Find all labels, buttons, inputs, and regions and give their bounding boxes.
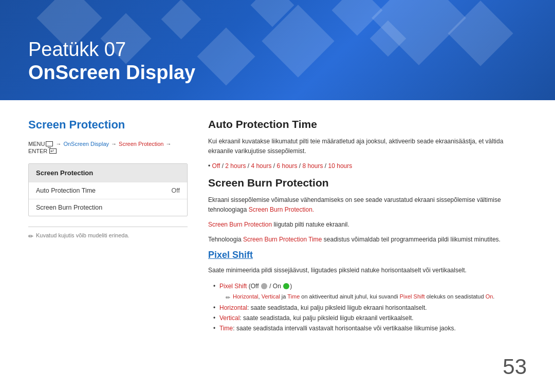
- deco-diamond-8: [161, 0, 201, 39]
- pixel-shift-heading: Pixel Shift: [208, 250, 527, 260]
- menu-path-enter: ENTER: [28, 148, 47, 154]
- menu-icon: [46, 141, 53, 146]
- enter-icon: [49, 148, 57, 154]
- screen-burn-link1: Screen Burn Protection.: [249, 206, 314, 213]
- pixel-shift-inline-link: Pixel Shift: [400, 293, 425, 300]
- menu-path-link1: OnScreen Display: [63, 141, 109, 147]
- chapter-number: Peatükk 07: [28, 38, 195, 62]
- pixel-shift-item-2: Horizontal: saate seadistada, kui palju …: [213, 303, 527, 313]
- sp-box-item-2: Screen Burn Protection: [29, 199, 187, 216]
- option-off: Off: [212, 162, 220, 170]
- auto-protection-body: Kui ekraanil kuvatakse liikumatut pilti …: [208, 137, 527, 156]
- sp-box-header: Screen Protection: [29, 164, 187, 182]
- pixel-shift-item-1: Pixel Shift (Off / On ) ✏ Horizontal, Ve…: [213, 281, 527, 303]
- note-content: Kuvatud kujutis võib mudeliti erineda.: [36, 232, 130, 238]
- page-number: 53: [503, 354, 527, 379]
- circle-on-icon: [283, 283, 289, 289]
- screen-burn-body1: Ekraani sissepõlemise võimaluse vähendam…: [208, 195, 527, 215]
- menu-path: MENU → OnScreen Display → Screen Protect…: [28, 141, 188, 154]
- screen-burn-body2: Screen Burn Protection liigutab pilti na…: [208, 220, 527, 230]
- pixel-shift-label: Pixel Shift: [219, 283, 247, 290]
- option-6h: 6 hours: [276, 162, 297, 170]
- pencil-icon: ✏: [28, 233, 33, 240]
- time-link: Time: [287, 293, 300, 300]
- subnote-text: Horizontal, Vertical ja Time on aktiveer…: [233, 292, 494, 301]
- screen-burn-body3: Tehnoloogia Screen Burn Protection Time …: [208, 235, 527, 245]
- deco-diamond-3: [332, 0, 383, 35]
- circle-off-icon: [261, 283, 267, 289]
- deco-diamond-7: [197, 27, 255, 85]
- vertical-link: Vertical: [262, 293, 280, 300]
- pixel-shift-body: Saate minimeerida pildi sissejäävust, li…: [208, 266, 527, 275]
- auto-protection-heading: Auto Protection Time: [208, 118, 527, 130]
- horizontal-label: Horizontal: [219, 304, 247, 311]
- left-column: Screen Protection MENU → OnScreen Displa…: [28, 118, 188, 382]
- horizontal-link: Horizontal: [233, 293, 258, 300]
- screen-protection-box: Screen Protection Auto Protection Time O…: [28, 163, 188, 216]
- time-label: Time: [219, 325, 233, 332]
- menu-path-link2: Screen Protection: [119, 141, 163, 147]
- pixel-shift-item-3: Vertical: saate seadistada, kui palju pi…: [213, 313, 527, 323]
- vertical-label: Vertical: [219, 314, 239, 322]
- chapter-name: OnScreen Display: [28, 61, 195, 85]
- on-link: On: [486, 293, 493, 300]
- divider: [28, 227, 188, 227]
- sp-item-2-label: Screen Burn Protection: [36, 204, 102, 211]
- sp-item-1-label: Auto Protection Time: [36, 187, 96, 194]
- chapter-title: Peatükk 07 OnScreen Display: [28, 38, 195, 85]
- pixel-shift-subnote: ✏ Horizontal, Vertical ja Time on aktive…: [219, 292, 527, 303]
- pixel-shift-list: Pixel Shift (Off / On ) ✏ Horizontal, Ve…: [208, 281, 527, 334]
- option-8h: 8 hours: [303, 162, 323, 170]
- left-section-title: Screen Protection: [28, 118, 188, 132]
- right-column: Auto Protection Time Kui ekraanil kuvata…: [208, 118, 527, 382]
- arrow-3: →: [165, 141, 171, 147]
- option-2h: 2 hours: [225, 162, 246, 170]
- sp-item-1-value: Off: [172, 187, 180, 194]
- page-header: Peatükk 07 OnScreen Display: [0, 0, 555, 100]
- arrow-1: →: [55, 141, 61, 147]
- screen-burn-link2: Screen Burn Protection: [208, 221, 272, 228]
- main-content: Screen Protection MENU → OnScreen Displa…: [0, 100, 555, 392]
- menu-label: MENU: [28, 141, 45, 147]
- pixel-shift-item-4: Time: saate seadistada intervalli vastav…: [213, 323, 527, 333]
- auto-protection-options: • Off / 2 hours / 4 hours / 6 hours / 8 …: [208, 161, 527, 171]
- subnote-pencil-icon: ✏: [226, 293, 230, 303]
- sp-box-item-1: Auto Protection Time Off: [29, 182, 187, 199]
- screen-burn-link3: Screen Burn Protection Time: [243, 236, 322, 243]
- arrow-2: →: [111, 141, 117, 147]
- option-4h: 4 hours: [251, 162, 271, 170]
- screen-burn-heading: Screen Burn Protection: [208, 177, 527, 189]
- note-text: ✏ Kuvatud kujutis võib mudeliti erineda.: [28, 232, 188, 240]
- option-10h: 10 hours: [328, 162, 353, 170]
